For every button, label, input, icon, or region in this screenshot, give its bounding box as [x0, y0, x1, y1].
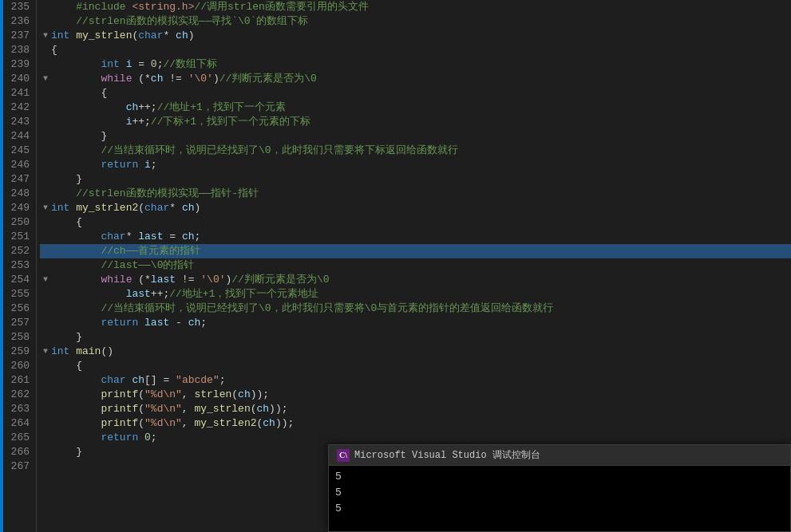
code-tokens-246: return i; — [51, 158, 157, 172]
code-line-235: #include <string.h>//调用strlen函数需要引用的头文件 — [40, 0, 791, 14]
code-line-239: int i = 0;//数组下标 — [40, 57, 791, 72]
code-line-255: last++;//地址+1，找到下一个元素地址 — [40, 287, 791, 301]
code-line-262: printf("%d\n", strlen(ch)); — [40, 388, 791, 402]
code-tokens-245: //当结束循环时，说明已经找到了\0，此时我们只需要将下标返回给函数就行 — [51, 144, 458, 158]
line-number-259: 259 — [10, 345, 30, 359]
line-number-257: 257 — [10, 316, 30, 330]
code-tokens-242: ch++;//地址+1，找到下一个元素 — [51, 100, 286, 115]
line-number-239: 239 — [10, 57, 30, 72]
code-tokens-249: int my_strlen2(char* ch) — [51, 201, 200, 215]
fold-gutter-237[interactable]: ▼ — [40, 29, 51, 43]
code-line-265: return 0; — [40, 431, 791, 445]
code-tokens-265: return 0; — [51, 431, 157, 445]
line-number-252: 252 — [10, 244, 30, 258]
code-line-251: char* last = ch; — [40, 230, 791, 244]
fold-gutter-259[interactable]: ▼ — [40, 345, 51, 359]
line-number-258: 258 — [10, 330, 30, 345]
line-number-260: 260 — [10, 359, 30, 373]
line-number-241: 241 — [10, 86, 30, 100]
line-number-254: 254 — [10, 273, 30, 287]
editor-container: 2352362372382392402412422432442452462472… — [0, 0, 791, 532]
code-tokens-263: printf("%d\n", my_strlen(ch)); — [51, 402, 288, 416]
code-line-244: } — [40, 129, 791, 144]
code-line-264: printf("%d\n", my_strlen2(ch)); — [40, 416, 791, 431]
code-line-242: ch++;//地址+1，找到下一个元素 — [40, 100, 791, 115]
line-number-248: 248 — [10, 187, 30, 201]
code-tokens-241: { — [51, 86, 107, 100]
code-tokens-235: #include <string.h>//调用strlen函数需要引用的头文件 — [51, 0, 369, 14]
code-tokens-237: int my_strlen(char* ch) — [51, 29, 195, 43]
code-area: 2352362372382392402412422432442452462472… — [0, 0, 791, 532]
debug-output-line: 5 — [335, 501, 784, 517]
code-tokens-266: } — [51, 445, 82, 459]
code-line-246: return i; — [40, 158, 791, 172]
code-line-254: ▼ while (*last != '\0')//判断元素是否为\0 — [40, 273, 791, 287]
line-number-238: 238 — [10, 43, 30, 57]
code-line-243: i++;//下标+1，找到下一个元素的下标 — [40, 115, 791, 129]
line-number-240: 240 — [10, 72, 30, 86]
line-number-243: 243 — [10, 115, 30, 129]
code-tokens-254: while (*last != '\0')//判断元素是否为\0 — [51, 273, 330, 287]
code-line-247: } — [40, 172, 791, 187]
code-tokens-251: char* last = ch; — [51, 230, 200, 244]
code-line-248: //strlen函数的模拟实现——指针-指针 — [40, 187, 791, 201]
code-line-250: { — [40, 215, 791, 230]
fold-gutter-254[interactable]: ▼ — [40, 273, 51, 287]
line-number-235: 235 — [10, 0, 30, 14]
fold-gutter-249[interactable]: ▼ — [40, 201, 51, 215]
code-line-236: //strlen函数的模拟实现——寻找`\0`的数组下标 — [40, 14, 791, 29]
code-tokens-257: return last - ch; — [51, 316, 207, 330]
line-number-251: 251 — [10, 230, 30, 244]
code-tokens-261: char ch[] = "abcde"; — [51, 373, 226, 388]
line-number-262: 262 — [10, 388, 30, 402]
code-tokens-259: int main() — [51, 345, 113, 359]
code-tokens-244: } — [51, 129, 107, 144]
line-number-256: 256 — [10, 301, 30, 316]
line-number-249: 249 — [10, 201, 30, 215]
code-line-258: } — [40, 330, 791, 345]
line-number-255: 255 — [10, 287, 30, 301]
code-line-237: ▼int my_strlen(char* ch) — [40, 29, 791, 43]
code-line-259: ▼int main() — [40, 345, 791, 359]
visual-studio-icon: C\ — [337, 449, 350, 462]
code-line-253: //last——\0的指针 — [40, 258, 791, 273]
code-line-238: { — [40, 43, 791, 57]
code-tokens-258: } — [51, 330, 82, 345]
code-tokens-253: //last——\0的指针 — [51, 258, 194, 273]
debug-console-overlay: C\ Microsoft Visual Studio 调试控制台 555 — [328, 444, 791, 532]
code-tokens-252: //ch——首元素的指针 — [51, 244, 200, 258]
code-line-240: ▼ while (*ch != '\0')//判断元素是否为\0 — [40, 72, 791, 86]
code-tokens-264: printf("%d\n", my_strlen2(ch)); — [51, 416, 294, 431]
line-number-267: 267 — [10, 459, 30, 474]
code-tokens-262: printf("%d\n", strlen(ch)); — [51, 388, 269, 402]
line-number-247: 247 — [10, 172, 30, 187]
code-tokens-236: //strlen函数的模拟实现——寻找`\0`的数组下标 — [51, 14, 308, 29]
debug-console-body: 555 — [329, 466, 790, 531]
line-number-265: 265 — [10, 431, 30, 445]
fold-gutter-240[interactable]: ▼ — [40, 72, 51, 86]
debug-console-title-text: Microsoft Visual Studio 调试控制台 — [354, 448, 540, 462]
line-number-236: 236 — [10, 14, 30, 29]
code-line-260: { — [40, 359, 791, 373]
line-number-264: 264 — [10, 416, 30, 431]
line-number-250: 250 — [10, 215, 30, 230]
line-number-253: 253 — [10, 258, 30, 273]
code-line-241: { — [40, 86, 791, 100]
code-tokens-247: } — [51, 172, 82, 187]
code-line-245: //当结束循环时，说明已经找到了\0，此时我们只需要将下标返回给函数就行 — [40, 144, 791, 158]
code-line-263: printf("%d\n", my_strlen(ch)); — [40, 402, 791, 416]
code-line-256: //当结束循环时，说明已经找到了\0，此时我们只需要将\0与首元素的指针的差值返… — [40, 301, 791, 316]
line-number-237: 237 — [10, 29, 30, 43]
code-line-261: char ch[] = "abcde"; — [40, 373, 791, 388]
debug-console-titlebar[interactable]: C\ Microsoft Visual Studio 调试控制台 — [329, 445, 790, 466]
debug-output-line: 5 — [335, 469, 784, 485]
line-number-245: 245 — [10, 144, 30, 158]
debug-output-line: 5 — [335, 485, 784, 501]
code-line-249: ▼int my_strlen2(char* ch) — [40, 201, 791, 215]
code-line-252: //ch——首元素的指针 — [40, 244, 791, 258]
code-tokens-250: { — [51, 215, 82, 230]
line-number-246: 246 — [10, 158, 30, 172]
code-tokens-256: //当结束循环时，说明已经找到了\0，此时我们只需要将\0与首元素的指针的差值返… — [51, 301, 553, 316]
code-tokens-239: int i = 0;//数组下标 — [51, 57, 217, 72]
code-line-257: return last - ch; — [40, 316, 791, 330]
